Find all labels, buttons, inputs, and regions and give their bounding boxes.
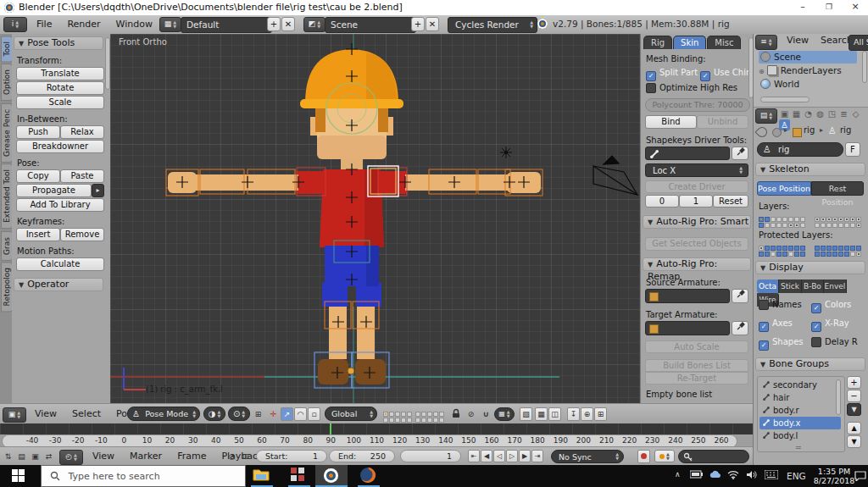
- shelf-tab-gras[interactable]: Gras: [1, 231, 13, 261]
- checkbox-x-ray[interactable]: ✓X-Ray: [811, 318, 864, 332]
- layer-cell[interactable]: [844, 252, 849, 257]
- delete-layout-button[interactable]: ✕: [281, 17, 295, 31]
- viewport-layer-cell[interactable]: [439, 412, 444, 417]
- layer-cell[interactable]: [776, 217, 782, 222]
- layer-cell[interactable]: [788, 246, 793, 251]
- viewport-layer-cell[interactable]: [395, 418, 400, 423]
- transform-orientation-select[interactable]: Global▲▼: [325, 407, 377, 421]
- sync-mode-select[interactable]: No Sync▲▼: [551, 450, 624, 463]
- camera-object[interactable]: [593, 156, 637, 195]
- bone-groups-panel-header[interactable]: ▼Bone Groups: [755, 357, 865, 371]
- display-mode-envel[interactable]: Envel: [824, 279, 847, 293]
- armature-breadcrumb-icon[interactable]: ♙: [828, 125, 837, 136]
- add-layout-button[interactable]: +: [267, 17, 281, 31]
- language-indicator[interactable]: ENG: [787, 471, 806, 481]
- unbind-button[interactable]: Unbind: [697, 115, 748, 129]
- expand-icon[interactable]: ⊕: [759, 68, 765, 75]
- viewport-layer-cell[interactable]: [415, 412, 420, 417]
- layer-cell[interactable]: [821, 223, 826, 228]
- next-keyframe-button[interactable]: ▶: [519, 450, 531, 462]
- layer-cell[interactable]: [759, 217, 764, 222]
- layer-cell[interactable]: [826, 217, 832, 222]
- push-button[interactable]: Push: [16, 125, 60, 139]
- layer-cell[interactable]: [788, 223, 793, 228]
- mode-select[interactable]: ♙ Pose Mode ▲▼: [127, 407, 200, 421]
- source-armature-field[interactable]: [645, 289, 730, 303]
- display-mode-octa[interactable]: Octa: [757, 279, 779, 293]
- outliner-item-renderlayers[interactable]: ⊕RenderLayers: [759, 64, 857, 77]
- bone-groups-scrollbar[interactable]: [836, 379, 841, 415]
- app-grid-icon[interactable]: [290, 467, 309, 485]
- screen-layout-field[interactable]: Default: [181, 17, 272, 33]
- layer-cell[interactable]: [776, 252, 782, 257]
- scene-selector-icon[interactable]: ◩▲▼: [303, 17, 326, 32]
- layer-cell[interactable]: [759, 252, 764, 257]
- optimize-high-res-checkbox[interactable]: Optimize High Res: [646, 83, 737, 94]
- outliner-mini-icon[interactable]: ▤: [15, 450, 28, 463]
- npanel-tab-misc[interactable]: Misc: [707, 36, 741, 49]
- retarget-button[interactable]: Re-Target: [645, 372, 748, 385]
- move-group-down-button[interactable]: ▼: [847, 435, 861, 448]
- fake-user-button[interactable]: F: [845, 142, 860, 157]
- viewport-shading-select[interactable]: ◑▲▼: [203, 407, 225, 421]
- viewport-3d[interactable]: Front Ortho (1) rig : c_arm_fk.l: [110, 34, 640, 403]
- keying-set-select[interactable]: ▲▼: [654, 450, 675, 462]
- editor-type-outliner-icon[interactable]: ≡▲▼: [755, 35, 777, 50]
- axis-icon[interactable]: ✛: [267, 407, 280, 421]
- touch-keyboard-icon[interactable]: [765, 470, 778, 482]
- layer-cell[interactable]: [838, 217, 843, 222]
- play-button[interactable]: ▷: [506, 450, 518, 462]
- get-selected-objects-button[interactable]: Get Selected Objects: [645, 237, 748, 251]
- preview-range-icon[interactable]: ◔: [225, 450, 238, 463]
- clock[interactable]: 1:35 PM8/27/2018: [812, 467, 856, 485]
- delete-scene-button[interactable]: ✕: [426, 17, 439, 31]
- layer-cell[interactable]: [788, 252, 793, 257]
- add-to-library-button[interactable]: Add To Library: [16, 198, 104, 212]
- viewport-layer-cell[interactable]: [383, 418, 388, 423]
- layer-cell[interactable]: [800, 252, 805, 257]
- polycount-slider[interactable]: Polycount Thre: 70000: [645, 98, 750, 112]
- layer-cell[interactable]: [838, 252, 843, 257]
- viewport-layer-cell[interactable]: [407, 418, 412, 423]
- outliner-view-menu[interactable]: View: [779, 34, 816, 49]
- remove-keyframe-button[interactable]: Remove: [60, 228, 104, 241]
- move-group-up-button[interactable]: ▲: [847, 422, 861, 434]
- viewport-layer-cell[interactable]: [389, 418, 394, 423]
- insert-keyframe-button[interactable]: Insert: [16, 228, 60, 241]
- layer-cell[interactable]: [782, 223, 787, 228]
- viewport-layer-cell[interactable]: [433, 412, 438, 417]
- layer-cell[interactable]: [815, 246, 820, 251]
- operator-panel-header[interactable]: ▼Operator: [14, 278, 103, 291]
- checkbox-delay-r[interactable]: Delay R: [811, 337, 864, 351]
- outliner-filter-select[interactable]: All Sc: [849, 35, 868, 51]
- layer-cell[interactable]: [826, 223, 832, 228]
- skeleton-panel-header[interactable]: ▼Skeleton: [755, 163, 865, 176]
- shelf-tab-extended-tool[interactable]: Extended Tool: [1, 163, 13, 229]
- arp-remap-panel-header[interactable]: ▼Auto-Rig Pro: Remap: [643, 257, 751, 271]
- scene-breadcrumb-icon[interactable]: [772, 128, 782, 137]
- render-ops-icon[interactable]: ▧: [520, 407, 532, 421]
- checkbox-names[interactable]: Names: [759, 300, 811, 313]
- record-button[interactable]: [637, 450, 650, 463]
- editor-type-timeline-icon[interactable]: ◴▲▼: [59, 450, 83, 465]
- world-tab-icon[interactable]: ◍: [815, 108, 826, 119]
- calculate-paths-button[interactable]: Calculate: [16, 257, 104, 271]
- target-eyedropper-icon[interactable]: [732, 321, 748, 335]
- layer-cell[interactable]: [794, 223, 799, 228]
- layer-cell[interactable]: [821, 252, 826, 257]
- onedrive-cloud-icon[interactable]: [709, 470, 722, 482]
- battery-icon[interactable]: [690, 470, 704, 481]
- layer-cell[interactable]: [771, 223, 776, 228]
- bone-group-secondary[interactable]: secondary: [760, 379, 841, 391]
- firefox-icon[interactable]: [359, 467, 378, 485]
- jump-start-button[interactable]: ⇤: [468, 450, 480, 462]
- jump-end-button[interactable]: ⇥: [531, 450, 543, 462]
- manipulator-toggle-icon[interactable]: ⊞: [252, 407, 264, 421]
- render-anim-icon[interactable]: ◫: [548, 407, 561, 421]
- shelf-tab-tool[interactable]: Tool: [1, 36, 13, 62]
- auto-scale-button[interactable]: Auto Scale: [645, 340, 748, 353]
- bone-group-hair[interactable]: hair: [760, 391, 841, 404]
- object-breadcrumb-icon[interactable]: [793, 128, 802, 137]
- copy-down-icon[interactable]: ↧: [567, 407, 580, 421]
- layer-cell[interactable]: [771, 217, 776, 222]
